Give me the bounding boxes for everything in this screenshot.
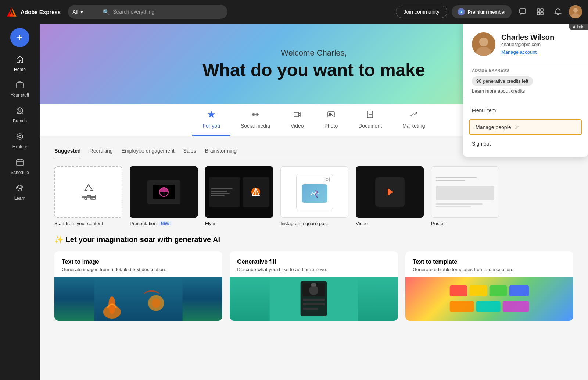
svg-rect-9 [537, 12, 540, 15]
svg-rect-6 [520, 9, 526, 13]
sidebar-item-explore[interactable]: Explore [4, 129, 35, 153]
admin-badge: Admin [569, 24, 588, 30]
search-container: All ▾ 🔍 [68, 5, 227, 19]
template-card-flyer[interactable]: Flyer [205, 166, 273, 226]
svg-rect-64 [489, 285, 507, 296]
template-thumb-flyer [205, 166, 273, 218]
join-community-button[interactable]: Join community [396, 6, 447, 18]
credits-badge: 98 generative credits left [472, 76, 533, 86]
ai-card-desc-1: Describe what you'd like to add or remov… [237, 267, 390, 272]
sub-tab-brainstorming[interactable]: Brainstorming [205, 145, 237, 157]
tab-marketing-label: Marketing [402, 123, 425, 129]
template-card-instagram[interactable]: Instagram square post [280, 166, 348, 226]
tab-video[interactable]: Video [280, 104, 314, 136]
sidebar-item-schedule[interactable]: Schedule [4, 155, 35, 179]
chevron-down-icon: ▾ [80, 9, 83, 15]
svg-rect-67 [476, 301, 500, 312]
logo-area: Adobe Express [6, 6, 61, 18]
sub-tab-sales[interactable]: Sales [183, 145, 196, 157]
template-card-poster[interactable]: Poster [431, 166, 499, 226]
new-badge: NEW [159, 221, 172, 226]
ai-section-title: ✨ Let your imagination soar with generat… [54, 235, 573, 244]
brands-icon [16, 107, 24, 117]
bell-icon-button[interactable] [551, 5, 564, 18]
tab-document[interactable]: Document [348, 104, 392, 136]
search-input[interactable] [113, 9, 222, 15]
video-icon [293, 110, 301, 121]
premium-star-icon: ★ [458, 8, 465, 15]
user-header: Charles Wilson charles@epic.com Manage a… [463, 24, 588, 62]
template-card-video[interactable]: Video [356, 166, 424, 226]
tab-photo[interactable]: Photo [314, 104, 348, 136]
svg-rect-57 [303, 303, 325, 305]
template-label-flyer: Flyer [205, 221, 273, 226]
tab-photo-label: Photo [325, 123, 338, 129]
tab-for-you[interactable]: For you [192, 104, 230, 136]
user-avatar [472, 32, 495, 56]
menu-item-placeholder[interactable]: Menu item [463, 103, 588, 118]
sidebar-item-explore-label: Explore [12, 144, 28, 149]
search-icon: 🔍 [103, 8, 110, 15]
sidebar-item-learn[interactable]: Learn [4, 180, 35, 205]
menu-item-manage-people[interactable]: Manage people ☞ [469, 119, 582, 135]
credits-section-label: ADOBE EXPRESS [472, 68, 579, 72]
sidebar-item-brands-label: Brands [13, 118, 27, 124]
learn-icon [16, 184, 24, 194]
add-button[interactable]: + [10, 28, 29, 47]
tab-marketing[interactable]: Marketing [392, 104, 435, 136]
ai-card-text-to-image[interactable]: Text to image Generate images from a det… [54, 251, 222, 321]
comment-icon-button[interactable] [516, 5, 529, 18]
user-dropdown: Admin Charles Wilson charles@epic.com Ma… [463, 24, 588, 157]
svg-point-52 [152, 299, 161, 308]
topnav: Adobe Express All ▾ 🔍 Join community ★ P… [0, 0, 588, 24]
sidebar-item-home[interactable]: Home [4, 52, 35, 76]
sidebar-item-brands[interactable]: Brands [4, 103, 35, 127]
tab-social-media[interactable]: Social media [230, 104, 280, 136]
template-card-presentation[interactable]: Presentation NEW [130, 166, 198, 226]
svg-marker-47 [388, 188, 394, 196]
avatar-image [569, 5, 582, 18]
avatar-button[interactable] [569, 5, 582, 18]
svg-rect-58 [303, 308, 318, 310]
svg-rect-10 [541, 12, 543, 15]
grid-icon-button[interactable] [534, 5, 547, 18]
marketing-icon [410, 110, 418, 121]
svg-point-32 [329, 113, 331, 115]
sidebar-item-your-stuff[interactable]: Your stuff [4, 77, 35, 102]
search-type-dropdown[interactable]: All ▾ [68, 5, 97, 19]
svg-point-12 [573, 8, 578, 13]
search-input-wrap: 🔍 [97, 5, 227, 19]
svg-rect-61 [445, 277, 533, 321]
svg-text:★: ★ [460, 11, 462, 14]
template-label-poster: Poster [431, 221, 499, 226]
ai-card-text-to-template[interactable]: Text to template Generate editable templ… [405, 251, 573, 321]
credits-link[interactable]: Learn more about credits [472, 88, 579, 94]
social-media-icon [251, 110, 259, 121]
credits-section: ADOBE EXPRESS 98 generative credits left… [463, 62, 588, 100]
manage-account-link[interactable]: Manage account [501, 49, 537, 55]
ai-card-title-0: Text to image [62, 259, 215, 265]
sub-tab-suggested[interactable]: Suggested [54, 145, 81, 157]
hero-welcome: Welcome Charles, [281, 48, 347, 58]
document-icon [366, 110, 374, 121]
svg-point-18 [19, 135, 21, 138]
user-info: Charles Wilson charles@epic.com Manage a… [501, 33, 579, 55]
template-thumb-poster [431, 166, 499, 218]
ai-section: ✨ Let your imagination soar with generat… [40, 235, 588, 333]
menu-item-sign-out[interactable]: Sign out [463, 136, 588, 151]
svg-marker-27 [208, 111, 215, 118]
template-label-presentation: Presentation NEW [130, 221, 198, 226]
home-icon [16, 55, 24, 65]
sub-tab-recruiting[interactable]: Recruiting [90, 145, 113, 157]
svg-rect-65 [509, 285, 529, 296]
photo-icon [327, 110, 335, 121]
premium-member-button[interactable]: ★ Premium member [452, 5, 512, 18]
sub-tab-employee-engagement[interactable]: Employee engagement [122, 145, 175, 157]
svg-rect-14 [17, 83, 23, 88]
svg-rect-8 [541, 9, 543, 11]
template-card-start[interactable]: Start from your content [54, 166, 122, 226]
template-label-start: Start from your content [54, 221, 122, 226]
ai-card-generative-fill[interactable]: Generative fill Describe what you'd like… [230, 251, 398, 321]
template-thumb-presentation [130, 166, 198, 218]
ai-card-desc-0: Generate images from a detailed text des… [62, 267, 215, 272]
